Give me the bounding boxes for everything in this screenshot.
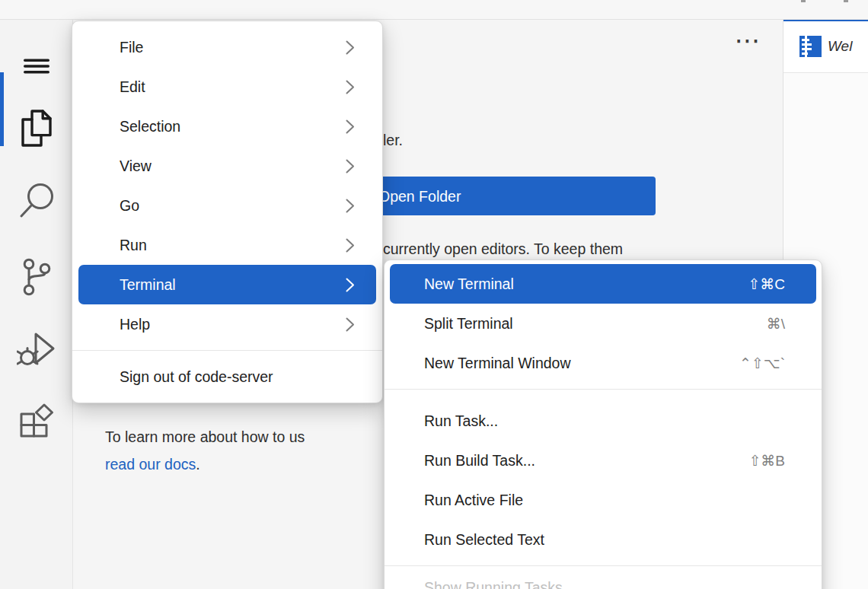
submenu-item-new-terminal[interactable]: New Terminal ⇧⌘C [390, 264, 816, 304]
menu-item-label: View [120, 158, 346, 175]
read-our-docs-link[interactable]: read our docs [105, 456, 196, 473]
sidebar-item-source-control[interactable] [0, 250, 72, 304]
menu-item-label: Help [120, 316, 346, 333]
menu-item-file[interactable]: File [72, 27, 382, 67]
chevron-right-icon [346, 238, 355, 253]
menu-item-selection[interactable]: Selection [72, 107, 382, 146]
menu-separator [385, 389, 822, 390]
welcome-text-fragment: currently open editors. To keep them [383, 240, 623, 258]
menu-item-label: Run Task... [424, 412, 785, 430]
menu-item-shortcut: ⇧⌘C [748, 275, 785, 293]
chevron-right-icon [346, 80, 355, 94]
menu-item-label: Show Running Tasks... [424, 579, 785, 589]
search-icon [18, 181, 55, 221]
hamburger-menu-icon [24, 59, 49, 74]
menu-item-help[interactable]: Help [72, 304, 382, 344]
sidebar-item-explorer[interactable] [0, 102, 72, 155]
tab-title: Wel [828, 38, 852, 55]
welcome-text-fragment: To learn more about how to us [105, 428, 305, 446]
files-explorer-icon [21, 110, 53, 148]
welcome-text-fragment: ler. [383, 132, 403, 149]
submenu-item-run-task[interactable]: Run Task... [385, 401, 822, 441]
menu-item-go[interactable]: Go [72, 186, 382, 225]
extensions-icon [19, 403, 54, 440]
menu-item-label: Split Terminal [424, 315, 767, 333]
run-debug-icon [17, 329, 56, 370]
menu-item-label: Run Active File [424, 492, 785, 509]
menu-item-label: Sign out of code-server [120, 368, 355, 386]
chevron-right-icon [346, 199, 355, 213]
sidebar-item-extensions[interactable] [0, 395, 72, 448]
code-server-window: ler. Open Folder currently open editors.… [0, 0, 868, 589]
menu-item-label: Edit [120, 78, 346, 96]
menu-item-label: Terminal [120, 276, 346, 294]
menu-item-shortcut: ⌃⇧⌥` [739, 355, 785, 372]
chevron-right-icon [346, 40, 355, 55]
submenu-item-run-selected-text[interactable]: Run Selected Text [385, 520, 822, 559]
open-folder-button-label: Open Folder [355, 177, 651, 216]
submenu-item-run-build-task[interactable]: Run Build Task... ⇧⌘B [385, 441, 822, 480]
application-menu-button[interactable] [0, 40, 72, 93]
menu-item-shortcut: ⌘\ [767, 315, 785, 333]
application-menu: File Edit Selection View Go Run Terminal [72, 21, 383, 403]
activity-bar [0, 20, 73, 589]
menu-item-label: Run Build Task... [424, 452, 748, 470]
menu-item-edit[interactable]: Edit [72, 67, 382, 107]
menu-item-label: Go [120, 197, 346, 215]
menu-item-label: File [120, 39, 346, 56]
chevron-right-icon [346, 119, 355, 134]
menu-item-label: Run Selected Text [424, 531, 785, 549]
menu-separator [72, 350, 382, 351]
menu-item-label: New Terminal Window [424, 355, 739, 372]
menu-item-run[interactable]: Run [72, 225, 382, 265]
submenu-item-run-active-file[interactable]: Run Active File [385, 480, 822, 520]
menu-item-label: New Terminal [424, 275, 748, 293]
open-folder-button[interactable]: Open Folder [350, 177, 656, 215]
submenu-item-show-running-tasks: Show Running Tasks... [385, 568, 822, 589]
welcome-book-icon [799, 36, 822, 57]
menu-item-label: Run [120, 237, 346, 254]
menu-item-view[interactable]: View [72, 146, 382, 186]
tab-welcome[interactable]: Wel [783, 19, 868, 72]
window-artifact [844, 0, 848, 2]
submenu-item-split-terminal[interactable]: Split Terminal ⌘\ [385, 304, 822, 343]
menu-item-shortcut: ⇧⌘B [748, 452, 785, 470]
sidebar-item-search[interactable] [0, 174, 72, 228]
tab-bar-border [783, 72, 868, 73]
menu-item-label: Selection [120, 118, 346, 135]
menu-item-sign-out[interactable]: Sign out of code-server [72, 357, 382, 396]
menu-item-terminal[interactable]: Terminal [78, 265, 376, 304]
terminal-submenu: New Terminal ⇧⌘C Split Terminal ⌘\ New T… [384, 259, 822, 589]
ellipsis-icon: ⋯ [735, 26, 761, 55]
window-top-strip [0, 0, 868, 20]
window-artifact [801, 0, 806, 2]
docs-suffix: . [196, 456, 199, 473]
welcome-docs-line: read our docs. [105, 456, 200, 473]
source-control-branch-icon [20, 257, 53, 297]
sidebar-item-run-debug[interactable] [0, 323, 72, 376]
submenu-item-new-terminal-window[interactable]: New Terminal Window ⌃⇧⌥` [385, 343, 822, 383]
menu-separator [385, 565, 822, 566]
editor-more-actions-button[interactable]: ⋯ [731, 29, 764, 55]
chevron-right-icon [346, 278, 355, 292]
chevron-right-icon [346, 317, 355, 332]
chevron-right-icon [346, 159, 355, 174]
